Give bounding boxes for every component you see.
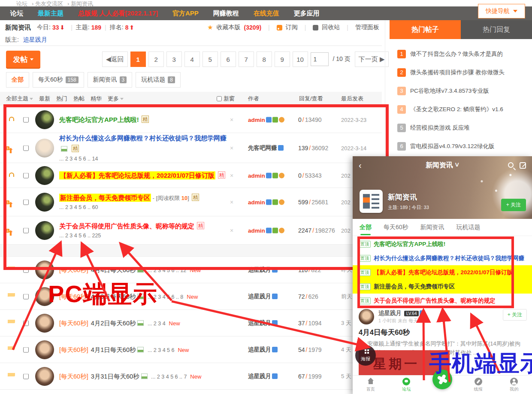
mobile-tab-all[interactable]: 全部 [360, 224, 372, 231]
table-row[interactable]: 新注册会员，每天免费领币专区 - [阅读权限 10]精 ... 2 3 4 5 … [0, 188, 382, 216]
thread-title[interactable]: 3月31日每天60秒 [91, 373, 139, 380]
thread-checkbox[interactable] [23, 199, 29, 205]
table-row[interactable]: 关于会员不得使用广告性质头像、昵称等的规定精 ... 2 3 4 5 6 .. … [0, 216, 382, 245]
sort-digest[interactable]: 精华 [91, 95, 102, 103]
thread-author[interactable]: 追星践月 [248, 373, 271, 379]
poster-badge[interactable]: 海报 [355, 345, 376, 366]
recycle-bin-link[interactable]: 回收站 [322, 24, 340, 31]
last-post-date[interactable]: 202 [341, 172, 351, 179]
avatar[interactable] [35, 340, 54, 359]
table-row[interactable]: 先客吧论坛官方APP上线啦!精 × admin 0/13490 2022-3-2… [0, 106, 382, 133]
close-icon[interactable]: × [230, 227, 233, 234]
last-post-date[interactable]: 3 天 [341, 319, 351, 327]
avatar[interactable] [35, 221, 54, 240]
compose-icon[interactable] [520, 162, 526, 169]
avatar[interactable] [359, 309, 374, 324]
list-item[interactable]: 置顶新注册会员，每天免费领币专区 [353, 279, 532, 294]
thread-checkbox[interactable] [23, 320, 29, 326]
page-3[interactable]: 3 [166, 52, 182, 67]
filter-daily60s[interactable]: 每天60秒158 [33, 72, 84, 88]
search-icon[interactable] [508, 162, 514, 168]
favorite-board-link[interactable]: 收藏本版 [217, 24, 241, 31]
back-button[interactable]: ◀返回 [102, 52, 128, 67]
tab-hot-replies[interactable]: 热门回复 [461, 20, 532, 39]
last-post-date[interactable]: 昨天 [341, 266, 352, 274]
close-icon[interactable]: × [230, 116, 233, 123]
thread-prefix[interactable]: [每天60秒] [59, 346, 88, 353]
thread-pages[interactable]: ... 2 3 4 5 6 .. 14 [59, 155, 227, 163]
avatar[interactable] [35, 367, 54, 386]
table-row[interactable]: [每天60秒]4月2日每天60秒 ... 2 3 4New 追星践月 37/10… [0, 310, 382, 336]
new-post-button[interactable]: 发帖 [6, 51, 40, 68]
new-window-checkbox[interactable] [217, 96, 222, 101]
mobile-tab-news[interactable]: 新闻资讯 [420, 224, 444, 231]
thread-pages[interactable]: ... 2 3 4 5 6 .. 7 [151, 374, 187, 380]
page-9[interactable]: 9 [275, 52, 290, 67]
avatar[interactable] [35, 166, 54, 185]
thread-author[interactable]: admin [248, 227, 265, 233]
mobile-post-author[interactable]: 追星践月 [378, 310, 402, 316]
thread-author[interactable]: admin [248, 116, 265, 123]
list-item[interactable]: 2微头条搬砖项目操作步骤 教你做微头 [390, 63, 532, 82]
nav-latest-topics[interactable]: 最新主题 [38, 9, 63, 18]
table-row[interactable]: [每天60秒]3月31日每天60秒 ... 2 3 4 5 6 .. 7New … [0, 363, 382, 390]
filter-news[interactable]: 新闻资讯3 [88, 72, 133, 88]
mobile-page-title[interactable]: 新闻资讯 ˅ [353, 161, 532, 170]
thread-title[interactable]: 4月2日每天60秒 [91, 320, 136, 327]
close-icon[interactable]: × [230, 145, 233, 152]
page-4[interactable]: 4 [184, 52, 200, 67]
page-7[interactable]: 7 [239, 52, 254, 67]
page-6[interactable]: 6 [221, 52, 236, 67]
mobile-tab-gadgets[interactable]: 玩机话题 [456, 224, 481, 231]
avatar[interactable] [35, 261, 54, 279]
avatar[interactable] [35, 314, 54, 333]
breadcrumb-item[interactable]: 新闻资讯 [71, 0, 93, 6]
sort-latest[interactable]: 最新 [39, 95, 50, 103]
quick-nav-button[interactable]: 快捷导航 [478, 4, 525, 18]
last-post-date[interactable]: 2022-3-23 [341, 116, 366, 123]
list-item[interactable]: 1做不了抖音怎么办？做头条才是真的 [390, 45, 532, 63]
subscribe-link[interactable]: 订阅 [286, 24, 298, 31]
list-item[interactable]: 4《圣女之歌ZERO 2: 鳞痕誓约》v1.6 [390, 100, 532, 118]
nav-tutorials[interactable]: 网赚教程 [213, 9, 239, 18]
tabbar-home[interactable]: 首页 [353, 376, 389, 394]
thread-checkbox[interactable] [23, 347, 29, 352]
thread-title[interactable]: 4月4日每天60秒 [91, 267, 136, 273]
moderator-name[interactable]: 追星践月 [23, 36, 47, 43]
list-item[interactable]: 置顶村长为什么懂这么多网赚教程？村长还收徒吗？我想学网赚 [353, 251, 532, 265]
thread-title[interactable]: 【新人必看】先客吧论坛总版规，2022/01/07日修订版 [59, 171, 215, 179]
nav-official-app[interactable]: 官方APP [172, 9, 199, 18]
thread-title[interactable]: 先客吧论坛官方APP上线啦! [59, 116, 139, 123]
last-post-date[interactable]: 4 天 [341, 346, 351, 354]
thread-prefix[interactable]: [每天60秒] [59, 320, 88, 327]
thread-author[interactable]: admin [248, 199, 265, 205]
mobile-post-title[interactable]: 4月4日每天60秒 [359, 328, 410, 337]
sort-all-topics[interactable]: 全部主题 [6, 95, 33, 103]
page-1[interactable]: 1 [130, 52, 146, 67]
thread-checkbox[interactable] [23, 267, 29, 273]
filter-all[interactable]: 全部 [6, 72, 29, 88]
page-5[interactable]: 5 [203, 52, 218, 67]
thread-pages[interactable]: ... 2 3 4 5 6 .. 12 [148, 267, 186, 273]
thread-author[interactable]: 追星践月 [248, 267, 271, 273]
close-icon[interactable]: × [230, 172, 233, 179]
thread-checkbox[interactable] [23, 117, 29, 122]
list-item[interactable]: 3PC谷歌地球v7.3.4.8573专业版 [390, 82, 532, 100]
thread-pages[interactable]: ... 2 3 4 5 6 .. 225 [59, 231, 227, 240]
sort-hot-threads[interactable]: 热帖 [73, 95, 85, 103]
tabbar-forum[interactable]: 论坛 [389, 376, 425, 394]
thread-author[interactable]: 追星践月 [248, 293, 271, 300]
nav-more-apps[interactable]: 更多应用 [294, 9, 320, 18]
page-10[interactable]: 10 [293, 52, 308, 67]
thread-title[interactable]: 新注册会员，每天免费领币专区 [59, 194, 151, 202]
list-item[interactable]: 5经营模拟类游戏 反应堆 [390, 118, 532, 137]
table-row[interactable]: 【新人必看】先客吧论坛总版规，2022/01/07日修订版精 × admin 0… [0, 163, 382, 188]
thread-author[interactable]: admin [248, 172, 265, 179]
thread-author[interactable]: 先客吧网赚 [248, 145, 277, 151]
thread-checkbox[interactable] [23, 227, 29, 233]
thread-checkbox[interactable] [23, 145, 29, 151]
avatar[interactable] [35, 110, 54, 129]
thread-prefix[interactable]: [每天60秒] [59, 373, 88, 380]
thread-checkbox[interactable] [23, 294, 29, 299]
last-post-date[interactable]: 前天 [341, 293, 352, 300]
